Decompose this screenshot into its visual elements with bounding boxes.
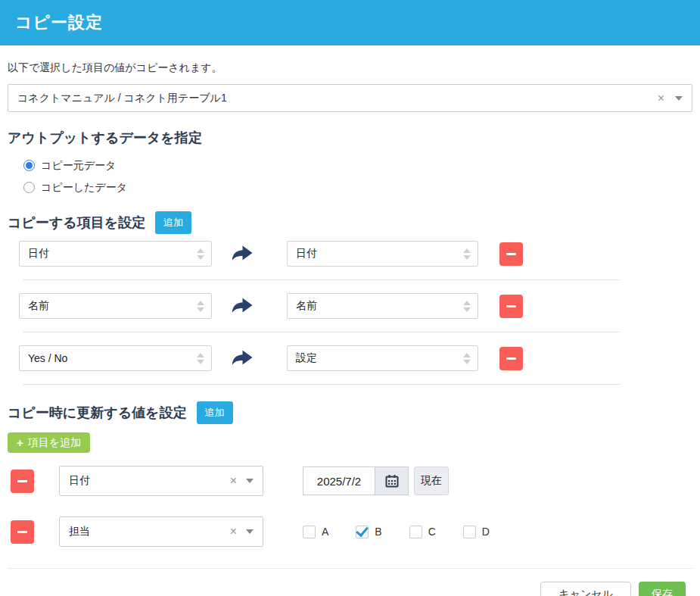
table-select-value: コネクトマニュアル / コネクト用テーブル1	[17, 92, 658, 105]
minus-icon	[506, 305, 516, 307]
checkbox-b[interactable]: B	[356, 526, 381, 538]
target-field-select[interactable]: 設定	[287, 345, 478, 371]
source-field-select[interactable]: 名前	[19, 293, 212, 319]
chevron-down-icon[interactable]	[246, 479, 254, 483]
dialog-body: 以下で選択した項目の値がコピーされます。 コネクトマニュアル / コネクト用テー…	[0, 61, 700, 596]
mapping-row: 日付 日付	[8, 241, 692, 267]
update-row-checkbox: 担当 × A B C D	[8, 516, 692, 547]
checkbox-label: A	[322, 526, 328, 538]
checkbox-c[interactable]: C	[409, 526, 436, 538]
update-field-select[interactable]: 担当 ×	[59, 516, 263, 547]
updown-caret-icon	[463, 352, 471, 365]
mapping-rows: 日付 日付 名前 名前	[8, 241, 692, 385]
radio-label: コピー元データ	[41, 159, 116, 173]
remove-row-button[interactable]	[499, 242, 523, 266]
checkbox-label: B	[375, 526, 381, 538]
update-field-value: 日付	[69, 474, 230, 488]
cancel-button[interactable]: キャンセル	[540, 582, 631, 596]
update-field-select[interactable]: 日付 ×	[59, 466, 263, 496]
checkbox-group: A B C D	[303, 526, 490, 538]
arrow-right-icon	[232, 298, 253, 314]
plus-icon: +	[17, 436, 23, 449]
mapping-section-heading: コピーする項目を設定	[8, 214, 145, 232]
remove-row-button[interactable]	[499, 295, 523, 318]
checkbox-label: C	[428, 526, 436, 538]
output-section-heading: アウトプットするデータを指定	[8, 129, 692, 147]
save-button[interactable]: 保存	[639, 582, 686, 596]
remove-row-button[interactable]	[499, 347, 523, 370]
output-radio-group: コピー元データ コピーしたデータ	[23, 154, 692, 198]
mapping-row: Yes / No 設定	[8, 345, 692, 371]
radio-copy-source[interactable]: コピー元データ	[23, 154, 692, 176]
update-field-value: 担当	[69, 525, 230, 538]
target-field-select[interactable]: 日付	[287, 241, 478, 267]
checkbox-icon	[356, 526, 369, 538]
source-field-value: Yes / No	[28, 352, 67, 364]
date-input[interactable]	[303, 467, 375, 495]
checkbox-d[interactable]: D	[463, 526, 490, 538]
clear-icon[interactable]: ×	[230, 526, 237, 538]
updown-caret-icon	[197, 248, 204, 261]
update-add-button[interactable]: 追加	[197, 401, 233, 424]
arrow-right-icon	[232, 245, 253, 262]
radio-icon	[23, 160, 35, 171]
minus-icon	[506, 357, 516, 360]
page-title: コピー設定	[15, 11, 103, 34]
clear-icon[interactable]: ×	[658, 92, 664, 105]
date-input-group: 現在	[303, 467, 449, 495]
target-field-select[interactable]: 名前	[287, 293, 478, 319]
minus-icon	[17, 480, 27, 482]
dialog-header: コピー設定	[0, 0, 700, 45]
checkbox-icon	[303, 526, 316, 538]
target-field-value: 日付	[296, 247, 317, 261]
table-select[interactable]: コネクトマニュアル / コネクト用テーブル1 ×	[8, 84, 692, 112]
radio-icon	[23, 182, 35, 193]
row-divider	[23, 332, 621, 332]
source-field-value: 名前	[28, 299, 49, 313]
row-divider	[23, 384, 621, 385]
mapping-add-button[interactable]: 追加	[155, 211, 191, 234]
chevron-down-icon[interactable]	[675, 96, 683, 101]
source-field-select[interactable]: 日付	[19, 241, 212, 267]
updown-caret-icon	[463, 248, 471, 261]
updown-caret-icon	[197, 300, 204, 313]
updown-caret-icon	[463, 300, 471, 313]
source-field-select[interactable]: Yes / No	[19, 345, 212, 371]
calendar-icon	[385, 474, 399, 488]
minus-icon	[17, 531, 27, 533]
add-item-label: 項目を追加	[28, 436, 81, 450]
calendar-button[interactable]	[375, 467, 409, 495]
target-field-value: 名前	[296, 299, 317, 313]
checkbox-label: D	[482, 526, 490, 538]
now-button[interactable]: 現在	[414, 467, 449, 495]
source-field-value: 日付	[28, 247, 49, 261]
radio-label: コピーしたデータ	[41, 181, 127, 195]
radio-copied-data[interactable]: コピーしたデータ	[23, 176, 692, 198]
chevron-down-icon[interactable]	[246, 529, 254, 534]
arrow-right-icon	[232, 350, 253, 367]
dialog-footer: キャンセル 保存	[8, 568, 692, 596]
checkbox-icon	[409, 526, 422, 538]
update-section-heading: コピー時に更新する値を設定	[8, 404, 187, 422]
row-divider	[23, 279, 621, 280]
updown-caret-icon	[197, 352, 204, 365]
update-row-date: 日付 × 現在	[8, 466, 692, 496]
mapping-row: 名前 名前	[8, 293, 692, 319]
clear-icon[interactable]: ×	[230, 475, 237, 487]
add-item-button[interactable]: + 項目を追加	[8, 432, 90, 453]
remove-row-button[interactable]	[11, 520, 34, 544]
checkbox-icon	[463, 526, 476, 538]
checkbox-a[interactable]: A	[303, 526, 328, 538]
target-field-value: 設定	[296, 351, 317, 365]
remove-row-button[interactable]	[11, 470, 34, 493]
minus-icon	[506, 253, 516, 255]
intro-text: 以下で選択した項目の値がコピーされます。	[8, 61, 692, 75]
